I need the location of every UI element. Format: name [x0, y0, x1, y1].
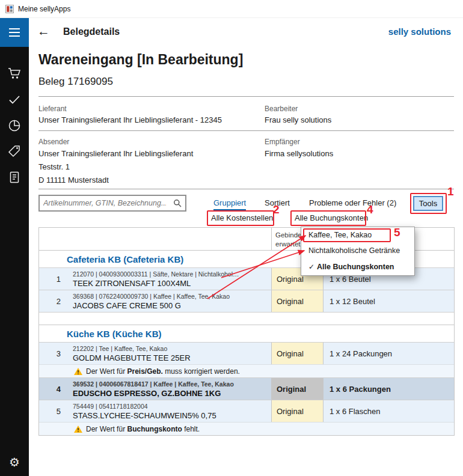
cart-button[interactable]: [7, 66, 22, 81]
table-row-selected[interactable]: 4 369532 | 04006067818417 | Kaffee | Kaf…: [39, 377, 454, 400]
article-name: JACOBS CAFE CREME 500 G: [73, 301, 268, 310]
back-button[interactable]: ←: [37, 24, 50, 38]
group-header-kueche[interactable]: Küche KB (Küche KB): [39, 325, 454, 342]
filter-buchungskonten[interactable]: Alle Buchungskonten: [295, 213, 368, 222]
tab-probleme[interactable]: Probleme oder Fehler (2): [309, 198, 396, 207]
divider: [38, 96, 454, 97]
reports-button[interactable]: [7, 118, 22, 133]
ledger-button[interactable]: [7, 169, 22, 185]
tag-icon: [7, 144, 22, 159]
warning-icon: [74, 368, 82, 375]
divider: [38, 130, 454, 131]
table-row[interactable]: 3 212202 | Tee | Kaffee, Tee, Kakao GOLD…: [39, 342, 454, 364]
hamburger-icon: [9, 28, 20, 29]
row-number: 1: [39, 268, 67, 290]
warning-icon: [74, 426, 82, 433]
article-name: STASS.LYCHEE-SCHAUMWEIN5% 0,75: [73, 411, 268, 420]
warning-text: Der Wert für Buchungskonto fehlt.: [86, 425, 200, 433]
tab-gruppiert[interactable]: Gruppiert: [213, 198, 246, 210]
group-spacer: [39, 312, 454, 325]
buchungskonten-dropdown: Kaffee, Tee, Kakao Nichtalkoholische Get…: [301, 227, 415, 276]
article-name: GOLDM HAGEBUTTE TEE 25ER: [73, 353, 268, 362]
article-meta: 754449 | 05411718182004: [73, 403, 268, 410]
empfaenger-value: Firma sellysolutions: [265, 149, 333, 158]
window-title: Meine sellyApps: [18, 5, 70, 13]
menu-button[interactable]: [0, 18, 29, 47]
main-content: Wareneingang [In Bearbeitung] Beleg 1716…: [29, 47, 463, 476]
tab-sortiert[interactable]: Sortiert: [265, 198, 290, 207]
bearbeiter-value: Frau selly solutions: [265, 115, 331, 124]
article-meta: 212202 | Tee | Kaffee, Tee, Kakao: [73, 345, 268, 352]
absender-label: Absender: [38, 138, 69, 146]
gebinde-qty-cell[interactable]: 1 x 12 Beutel: [323, 290, 454, 312]
sidebar: ⚙: [0, 18, 29, 476]
search-input[interactable]: [40, 199, 170, 207]
app-icon: [5, 5, 14, 13]
page-header-title: Belegdetails: [63, 26, 120, 37]
settings-button[interactable]: ⚙: [7, 454, 22, 470]
annotation-number-1: 1: [447, 185, 454, 198]
gear-icon: ⚙: [9, 455, 20, 469]
check-icon: ✓: [308, 263, 317, 271]
table-row[interactable]: 5 754449 | 05411718182004 STASS.LYCHEE-S…: [39, 400, 454, 422]
divider: [38, 189, 454, 189]
page-header: ← Belegdetails selly solutions: [29, 18, 463, 47]
document-title: Wareneingang [In Bearbeitung]: [38, 52, 243, 68]
tools-button[interactable]: Tools: [413, 196, 443, 211]
article-meta: 369532 | 04006067818417 | Kaffee | Kaffe…: [73, 380, 268, 388]
app-window: Meine sellyApps: [0, 0, 463, 476]
dropdown-item-nichtalkoholisch[interactable]: Nichtalkoholische Getränke: [301, 243, 414, 258]
article-meta: 369368 | 07622400009730 | Kaffee | Kaffe…: [73, 293, 268, 300]
tasks-button[interactable]: [7, 92, 22, 108]
warning-row: Der Wert für Preis/Geb. muss korrigiert …: [39, 364, 454, 377]
row-number: 4: [39, 378, 67, 400]
absender-line3: D 11111 Musterstadt: [38, 175, 109, 185]
absender-line2: Teststr. 1: [38, 162, 70, 171]
lieferant-value: Unser Trainingslieferant Ihr Lieblingsli…: [38, 115, 222, 124]
search-box: [38, 195, 186, 212]
gebinde-qty-cell[interactable]: 1 x 6 Packungen: [323, 378, 454, 400]
check-icon: [7, 93, 22, 107]
book-icon: [7, 170, 22, 185]
row-number: 3: [39, 343, 67, 364]
pie-chart-icon: [7, 118, 22, 133]
tags-button[interactable]: [7, 144, 22, 159]
gebinde-status-cell[interactable]: Original: [271, 343, 323, 364]
dropdown-item-kaffee[interactable]: Kaffee, Tee, Kakao: [301, 227, 414, 243]
gebinde-qty-cell[interactable]: 1 x 6 Flaschen: [323, 400, 454, 422]
brand-link[interactable]: selly solutions: [388, 26, 451, 37]
table-row[interactable]: 2 369368 | 07622400009730 | Kaffee | Kaf…: [39, 290, 454, 312]
document-number: Beleg 17169095: [38, 76, 113, 88]
article-meta: 212070 | 04009300003311 | Säfte, Nektare…: [73, 270, 268, 278]
empfaenger-label: Empfänger: [265, 138, 300, 146]
title-bar: Meine sellyApps: [0, 0, 463, 18]
article-name: EDUSCHO ESPRESSO, GZ.BOHNE 1KG: [73, 389, 268, 398]
search-button[interactable]: [170, 199, 185, 207]
search-icon: [173, 199, 182, 207]
gebinde-status-cell[interactable]: Original: [271, 378, 323, 400]
absender-line1: Unser Trainingslieferant Ihr Lieblingsli…: [38, 149, 193, 158]
row-number: 2: [39, 290, 67, 312]
dropdown-item-alle[interactable]: ✓ Alle Buchungskonten: [301, 258, 414, 275]
gebinde-status-cell[interactable]: Original: [271, 290, 323, 312]
row-number: 5: [39, 400, 67, 422]
gebinde-qty-cell[interactable]: 1 x 24 Packungen: [323, 343, 454, 364]
warning-row: Der Wert für Buchungskonto fehlt.: [39, 422, 454, 435]
lieferant-label: Lieferant: [38, 105, 67, 113]
filter-kostenstellen[interactable]: Alle Kostenstellen: [211, 213, 273, 222]
gebinde-status-cell[interactable]: Original: [271, 400, 323, 422]
article-name: TEEK ZITRONENSAFT 100X4ML: [73, 279, 268, 288]
cart-icon: [7, 66, 22, 81]
bearbeiter-label: Bearbeiter: [265, 105, 298, 113]
warning-text: Der Wert für Preis/Geb. muss korrigiert …: [86, 367, 240, 376]
